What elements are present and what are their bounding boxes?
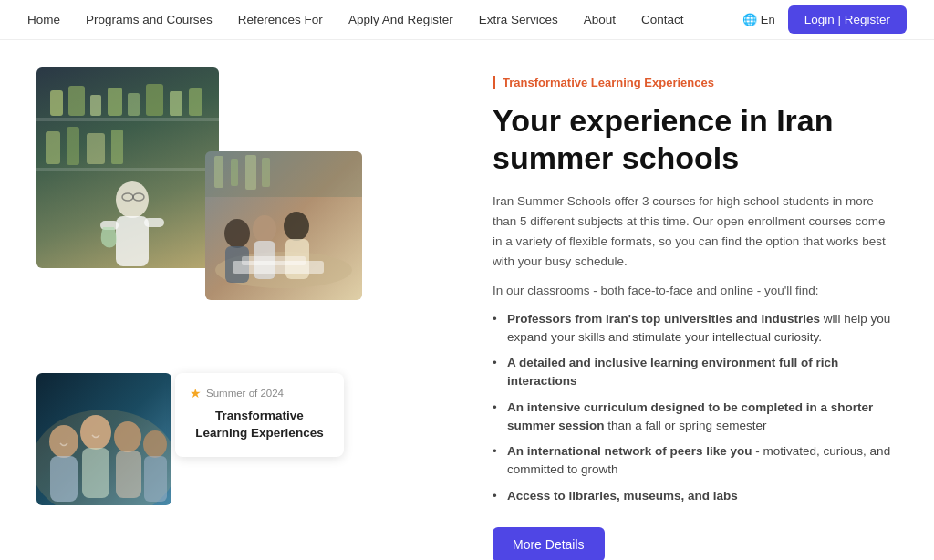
svg-rect-31 — [242, 256, 306, 265]
svg-rect-16 — [116, 216, 149, 266]
svg-rect-34 — [231, 159, 238, 186]
nav-links: Home Programs and Courses References For… — [27, 13, 684, 26]
svg-rect-9 — [170, 91, 182, 116]
benefit-item-1: Professors from Iran's top universities … — [493, 310, 898, 347]
students-svg — [36, 373, 171, 505]
svg-rect-1 — [36, 118, 219, 121]
nav-extra[interactable]: Extra Services — [479, 13, 558, 26]
login-register-button[interactable]: Login | Register — [788, 5, 907, 34]
nav-home[interactable]: Home — [27, 13, 60, 26]
svg-point-26 — [253, 215, 276, 243]
svg-rect-32 — [205, 151, 362, 197]
svg-rect-10 — [189, 88, 202, 116]
svg-rect-11 — [46, 131, 60, 164]
benefit-item-3: An intensive curriculum designed to be c… — [493, 399, 898, 436]
svg-rect-6 — [108, 88, 122, 116]
svg-rect-12 — [67, 127, 79, 165]
star-icon: ★ — [190, 386, 202, 400]
svg-rect-44 — [116, 451, 141, 498]
main-content: ★ Summer of 2024 Transformative Learning… — [0, 40, 934, 560]
group-study-image — [205, 151, 362, 300]
nav-programs[interactable]: Programs and Courses — [86, 13, 213, 26]
svg-rect-8 — [146, 84, 163, 116]
svg-point-41 — [80, 415, 111, 450]
svg-rect-3 — [50, 90, 63, 116]
svg-rect-5 — [90, 95, 101, 116]
language-selector[interactable]: 🌐 En — [742, 13, 775, 26]
svg-rect-35 — [245, 155, 256, 190]
nav-references[interactable]: References For — [238, 13, 323, 26]
nav-about[interactable]: About — [584, 13, 616, 26]
svg-point-39 — [49, 425, 78, 458]
hero-title: Your experience in Iran summer schools — [493, 102, 898, 177]
svg-rect-36 — [262, 158, 270, 187]
text-column: Transformative Learning Experiences Your… — [493, 67, 898, 560]
svg-rect-2 — [36, 168, 219, 171]
nav-right: 🌐 En Login | Register — [742, 5, 907, 34]
svg-rect-7 — [128, 93, 140, 116]
globe-icon: 🌐 — [742, 13, 757, 26]
svg-rect-42 — [82, 448, 109, 498]
svg-point-45 — [143, 430, 167, 458]
svg-rect-33 — [214, 156, 223, 188]
hero-title-line2: summer schools — [493, 140, 739, 175]
tag-text: Transformative Learning Experiences — [503, 76, 714, 89]
section-tag: Transformative Learning Experiences — [493, 76, 714, 89]
benefit-item-5: Access to libraries, museums, and labs — [493, 487, 898, 505]
classrooms-note: In our classrooms - both face-to-face an… — [493, 284, 898, 297]
students-image — [36, 373, 171, 505]
benefits-list: Professors from Iran's top universities … — [493, 310, 898, 505]
nav-contact[interactable]: Contact — [641, 13, 684, 26]
svg-rect-40 — [50, 456, 78, 502]
images-column: ★ Summer of 2024 Transformative Learning… — [36, 67, 456, 514]
svg-rect-46 — [144, 456, 167, 502]
nav-apply[interactable]: Apply And Register — [348, 13, 453, 26]
group-study-svg — [205, 151, 362, 300]
svg-point-24 — [224, 219, 250, 248]
card-season-label: Summer of 2024 — [206, 388, 284, 399]
hero-description: Iran Summer Schools offer 3 courses for … — [493, 192, 898, 273]
svg-point-28 — [284, 212, 309, 241]
lab-image — [36, 67, 219, 268]
card-rating-row: ★ Summer of 2024 — [190, 386, 329, 400]
card-title: Transformative Learning Experiences — [190, 408, 329, 442]
program-card: ★ Summer of 2024 Transformative Learning… — [175, 373, 344, 457]
hero-title-line1: Your experience in Iran — [493, 103, 834, 138]
navbar: Home Programs and Courses References For… — [0, 0, 934, 40]
more-details-button[interactable]: More Details — [493, 527, 605, 560]
lang-label: En — [761, 13, 775, 26]
svg-rect-18 — [144, 218, 164, 227]
svg-rect-13 — [87, 133, 105, 164]
benefit-item-4: An international network of peers like y… — [493, 442, 898, 480]
svg-point-43 — [114, 421, 141, 452]
benefit-item-2: A detailed and inclusive learning enviro… — [493, 354, 898, 391]
lab-scene-svg — [36, 67, 219, 268]
svg-rect-14 — [111, 130, 123, 164]
svg-rect-4 — [68, 86, 85, 116]
